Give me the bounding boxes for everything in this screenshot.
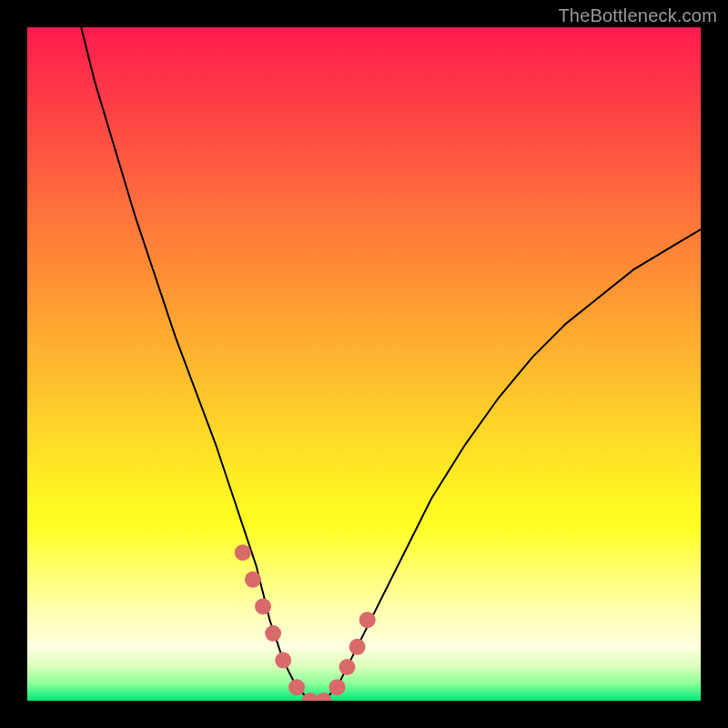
bottleneck-curve [81,27,701,701]
highlight-dot [359,612,376,628]
highlight-dot [255,598,271,614]
chart-container: TheBottleneck.com [0,0,728,728]
highlight-dot [288,679,305,695]
highlight-dot [329,679,345,695]
highlight-dot [245,571,261,588]
plot-area [27,27,701,701]
highlight-dots [235,544,376,701]
highlight-dot [339,659,356,675]
highlight-dot [275,652,291,669]
highlight-dot [349,639,366,655]
curve-svg [27,27,701,701]
watermark-text: TheBottleneck.com [558,5,717,26]
highlight-dot [265,625,281,642]
highlight-dot [235,544,251,561]
